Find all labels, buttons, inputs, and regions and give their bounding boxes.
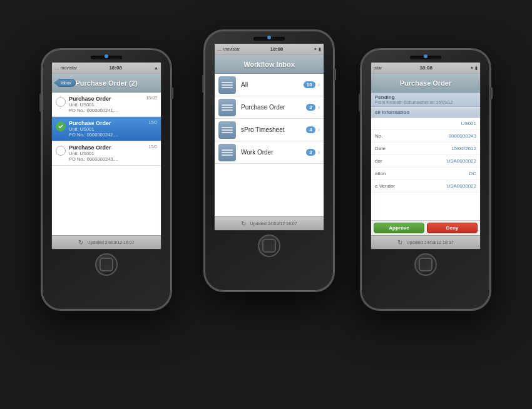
- icon-line-3: [222, 87, 233, 88]
- item-title-3: Purchase Order: [69, 144, 148, 151]
- footer-text-left: Updated 24/03/12 18:07: [87, 240, 134, 245]
- time-center: 18:08: [270, 46, 283, 52]
- workflow-label-all: All: [241, 81, 304, 88]
- workflow-label-spro: sPro Timesheet: [241, 126, 306, 133]
- time-right: 18:08: [419, 65, 432, 71]
- item-date-2: 15/0: [148, 120, 157, 124]
- detail-row-4: ation DC: [371, 168, 480, 180]
- deny-button[interactable]: Deny: [427, 223, 478, 233]
- workflow-item-po[interactable]: Purchase Order 3 ›: [215, 96, 324, 119]
- item-unit-2: Unit: US001: [69, 126, 148, 132]
- item-po-3: PO No.: 0000000243....: [69, 156, 148, 162]
- detail-row-3: dor USA0000022: [371, 155, 480, 168]
- workflow-item-wo[interactable]: Work Order 3 ›: [215, 141, 324, 164]
- workflow-label-wo: Work Order: [241, 149, 306, 156]
- list-item-2[interactable]: Purchase Order Unit: US001 PO No.: 00000…: [52, 117, 161, 141]
- workflow-item-spro[interactable]: sPro Timesheet 4 ›: [215, 119, 324, 141]
- icons-left: ▲: [154, 66, 158, 70]
- home-button-inner-left: [100, 258, 113, 271]
- workflow-icon-all: [218, 76, 236, 94]
- list-item-3[interactable]: Purchase Order Unit: US001 PO No.: 00000…: [52, 141, 161, 166]
- detail-section-header: ail Information: [371, 107, 480, 118]
- detail-value-1: 0000000243: [449, 133, 477, 139]
- phone-indicator-right: [424, 54, 427, 58]
- phone-right: istar 18:08 ✦ ▮ Purchase Order Pending F…: [360, 48, 491, 311]
- screen-center: .... movistar 18:08 ✦ ▮ Workflow Inbox: [214, 43, 324, 231]
- detail-label-4: ation: [375, 171, 386, 176]
- detail-label-1: No.: [375, 133, 382, 139]
- icon-line-11: [222, 152, 233, 153]
- workflow-item-all[interactable]: All 10 ›: [215, 74, 324, 96]
- status-bar-right: istar 18:08 ✦ ▮: [371, 63, 480, 74]
- icon-line-2: [222, 84, 233, 86]
- icon-line-4: [222, 104, 233, 106]
- icon-line-9: [222, 132, 233, 133]
- carrier-center: .... movistar: [217, 47, 240, 51]
- detail-status-title: Pending: [375, 94, 476, 100]
- footer-text-center: Updated 24/03/12 18:07: [250, 221, 297, 226]
- icon-line-5: [222, 107, 233, 108]
- workflow-icon-spro: [218, 121, 236, 139]
- footer-center: ↻ Updated 24/03/12 18:07: [215, 216, 324, 230]
- carrier-left: .... movistar: [54, 66, 77, 70]
- nav-title-left: Purchase Order (2): [75, 79, 137, 87]
- power-button-center: [334, 68, 336, 81]
- detail-value-4: DC: [469, 171, 476, 176]
- detail-label-5: e Vendor: [375, 183, 395, 189]
- power-button-left: [171, 87, 173, 99]
- time-left: 18:08: [109, 65, 121, 71]
- home-button-inner-center: [262, 239, 276, 253]
- nav-bar-center: Workflow Inbox: [215, 55, 324, 74]
- wifi-icon-left: ▲: [154, 66, 158, 70]
- home-button-left[interactable]: [95, 253, 118, 276]
- bluetooth-icon-right: ✦: [470, 66, 474, 71]
- item-title-2: Purchase Order: [69, 120, 148, 126]
- workflow-list: All 10 › Purchase Order 3 ›: [215, 74, 324, 230]
- back-button-left[interactable]: Inbox: [54, 79, 76, 87]
- refresh-icon-right[interactable]: ↻: [397, 239, 402, 246]
- home-button-center[interactable]: [258, 235, 280, 257]
- item-content-2: Purchase Order Unit: US001 PO No.: 00000…: [69, 120, 148, 138]
- detail-row-5: e Vendor USA0000022: [371, 180, 480, 193]
- item-icon-2: [56, 121, 66, 131]
- icons-right: ✦ ▮: [470, 66, 478, 71]
- item-date-3: 15/0: [148, 144, 157, 149]
- status-bar-left: .... movistar 18:08 ▲: [52, 63, 161, 74]
- power-button-right: [490, 87, 493, 99]
- item-unit-1: Unit: US001: [69, 102, 146, 108]
- detail-value-5: USA0000022: [446, 183, 476, 189]
- screen-right: istar 18:08 ✦ ▮ Purchase Order Pending F…: [371, 62, 481, 250]
- item-icon-1: [56, 97, 66, 107]
- icon-line-10: [222, 149, 233, 151]
- detail-value-2: 15/03/2012: [451, 146, 476, 151]
- item-icon-3: [56, 146, 66, 156]
- detail-row-1: No. 0000000243: [371, 130, 480, 143]
- footer-text-right: Updated 24/03/12 18:07: [406, 240, 453, 245]
- phone-left: .... movistar 18:08 ▲ Inbox Purchase Ord…: [41, 48, 172, 311]
- workflow-icon-po: [218, 99, 236, 116]
- detail-label-2: Date: [375, 146, 386, 151]
- detail-row-2: Date 15/03/2012: [371, 143, 480, 155]
- refresh-icon-center[interactable]: ↻: [241, 220, 246, 227]
- workflow-badge-po: 3: [306, 104, 315, 111]
- nav-title-right: Purchase Order: [400, 79, 452, 87]
- refresh-icon-left[interactable]: ↻: [78, 239, 83, 246]
- chevron-icon-wo: ›: [318, 149, 320, 156]
- item-title-1: Purchase Order: [69, 96, 146, 102]
- volume-button-right: [359, 93, 361, 112]
- list-item-1[interactable]: Purchase Order Unit: US001 PO No.: 00000…: [52, 93, 161, 117]
- phones-container: .... movistar 18:08 ▲ Inbox Purchase Ord…: [22, 17, 510, 392]
- nav-bar-right: Purchase Order: [371, 74, 480, 93]
- detail-status-sub: From Kenneth Schumacher on 15/03/12: [375, 100, 476, 104]
- phone-indicator-left: [105, 54, 108, 58]
- battery-icon-center: ▮: [319, 47, 321, 52]
- item-content-1: Purchase Order Unit: US001 PO No.: 00000…: [69, 96, 146, 113]
- home-button-right[interactable]: [414, 253, 437, 276]
- phone-center: .... movistar 18:08 ✦ ▮ Workflow Inbox: [203, 29, 335, 292]
- approve-button[interactable]: Approve: [374, 223, 424, 233]
- detail-value-3: USA0000022: [446, 158, 476, 164]
- home-button-inner-right: [419, 258, 432, 271]
- nav-title-center: Workflow Inbox: [243, 61, 295, 68]
- workflow-icon-wo: [218, 144, 236, 161]
- item-content-3: Purchase Order Unit: US001 PO No.: 00000…: [69, 144, 148, 162]
